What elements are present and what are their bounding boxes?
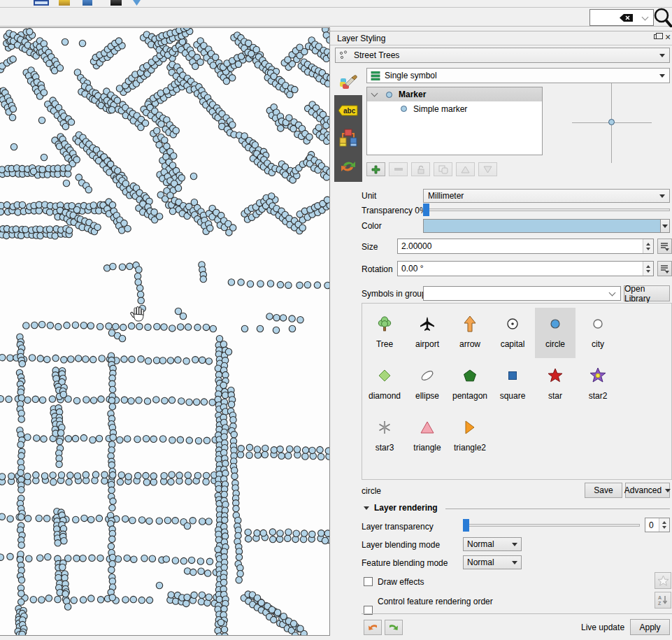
symbol-item-square[interactable]: square — [492, 360, 533, 410]
rendering-order-button[interactable]: A Z — [655, 592, 671, 609]
marker-symbol-icon — [386, 92, 392, 98]
add-symbol-layer-button[interactable] — [366, 162, 385, 176]
circle-symbol-icon — [546, 315, 564, 333]
layer-transparency-slider[interactable] — [463, 519, 640, 532]
tab-labels[interactable]: abc — [334, 97, 362, 125]
symbol-tree-marker-row[interactable]: Marker — [367, 87, 542, 101]
search-icon[interactable] — [652, 6, 672, 29]
symbol-item-airport[interactable]: airport — [407, 308, 448, 358]
size-data-defined-button[interactable] — [657, 239, 672, 254]
symbol-item-pentagon[interactable]: pentagon — [450, 360, 490, 410]
layer-selector-arrow-icon — [659, 54, 665, 57]
symbol-item-circle[interactable]: circle — [535, 308, 576, 358]
arrow-symbol-icon — [461, 315, 479, 333]
star3-symbol-icon — [376, 418, 394, 436]
data-defined-icon — [659, 264, 670, 274]
symbol-item-ellipse[interactable]: ellipse — [407, 360, 448, 410]
expand-chevron-icon[interactable] — [371, 90, 378, 97]
layer-transparency-spin-arrows[interactable] — [659, 518, 669, 532]
plus-icon — [371, 165, 380, 174]
toolbar-icon-sliver-1[interactable] — [34, 0, 49, 6]
symbol-item-tree[interactable]: Tree — [364, 308, 405, 358]
effects-options-button[interactable] — [655, 572, 671, 589]
layer-blending-arrow-icon — [512, 543, 517, 546]
pentagon-symbol-icon — [461, 367, 479, 385]
rotation-label: Rotation — [362, 264, 393, 274]
capital-symbol-icon — [503, 315, 522, 333]
unit-label: Unit — [362, 191, 376, 201]
float-panel-icon[interactable] — [654, 34, 659, 39]
symbol-item-star3[interactable]: star3 — [364, 411, 405, 462]
open-library-button[interactable]: Open Library — [624, 285, 670, 301]
size-spinbox[interactable]: 2.00000 — [397, 239, 654, 254]
point-layer-icon — [338, 50, 350, 60]
up-triangle-icon — [461, 166, 470, 173]
renderer-selector-arrow-icon — [659, 74, 665, 78]
duplicate-symbol-layer-button[interactable] — [434, 162, 452, 176]
history-arrows-icon — [339, 157, 357, 176]
rotation-spinbox[interactable]: 0.00 ° — [397, 261, 654, 276]
draw-effects-checkbox[interactable] — [364, 577, 373, 586]
renderer-selector[interactable]: Single symbol — [366, 68, 670, 83]
rotation-data-defined-button[interactable] — [657, 261, 672, 276]
undo-style-button[interactable] — [364, 620, 382, 635]
tab-symbology[interactable] — [334, 67, 362, 95]
symbol-item-label: capital — [501, 339, 525, 349]
panel-title: Layer Styling — [337, 34, 385, 43]
feature-blending-label: Feature blending mode — [362, 558, 448, 568]
symbol-item-label: city — [592, 339, 604, 349]
transparency-slider-handle[interactable] — [423, 204, 429, 216]
symbol-item-star[interactable]: star — [535, 360, 576, 410]
layer-selector[interactable]: Street Trees — [335, 48, 670, 63]
layer-selector-value: Street Trees — [350, 50, 659, 60]
redo-style-button[interactable] — [385, 620, 403, 635]
toolbar-icon-sliver-3[interactable] — [83, 0, 92, 6]
remove-symbol-layer-button[interactable] — [389, 162, 408, 176]
size-spin-arrows[interactable] — [643, 239, 653, 253]
symbol-item-star2[interactable]: star2 — [578, 360, 618, 410]
unit-select[interactable]: Millimeter — [423, 189, 670, 203]
symbol-item-capital[interactable]: capital — [492, 308, 533, 358]
toolbar-icon-sliver-4[interactable] — [110, 0, 122, 6]
diamond-symbol-icon — [376, 367, 394, 385]
airport-symbol-icon — [418, 315, 436, 333]
rotation-spin-arrows[interactable] — [643, 262, 653, 276]
symbol-item-city[interactable]: city — [578, 308, 618, 358]
tab-undo-history[interactable] — [334, 152, 362, 180]
layer-transparency-handle[interactable] — [463, 519, 469, 532]
symbol-preview-marker — [608, 119, 615, 125]
layer-transparency-spinbox[interactable]: 0 — [645, 518, 670, 532]
unit-arrow-icon — [659, 194, 665, 198]
color-dropdown-button[interactable] — [661, 219, 670, 233]
symbol-item-diamond[interactable]: diamond — [364, 360, 405, 410]
ellipse-symbol-icon — [418, 367, 436, 385]
close-panel-icon[interactable]: × — [665, 31, 671, 43]
move-up-button[interactable] — [456, 162, 475, 176]
advanced-button[interactable]: Advanced — [625, 483, 670, 498]
map-canvas[interactable] — [0, 27, 330, 636]
symbol-item-triangle[interactable]: triangle — [407, 411, 448, 462]
lock-symbol-layer-button[interactable] — [411, 162, 430, 176]
save-button[interactable]: Save — [585, 483, 622, 498]
layer-blending-select[interactable]: Normal — [463, 537, 522, 551]
symbol-item-label: airport — [415, 339, 439, 349]
move-down-button[interactable] — [478, 162, 497, 176]
symbol-tree-simple-marker-row[interactable]: Simple marker — [367, 102, 542, 115]
lock-icon — [417, 165, 425, 174]
current-symbol-name: circle — [362, 486, 381, 496]
color-swatch-button[interactable] — [423, 219, 661, 233]
clear-text-icon[interactable] — [618, 13, 634, 22]
symbol-item-arrow[interactable]: arrow — [450, 308, 490, 358]
symbols-in-group-label: Symbols in group — [362, 289, 427, 299]
feature-blending-arrow-icon — [512, 561, 517, 564]
feature-blending-value: Normal — [464, 557, 512, 567]
feature-blending-select[interactable]: Normal — [463, 555, 522, 569]
symbol-item-triangle2[interactable]: triangle2 — [450, 411, 490, 462]
size-label: Size — [362, 242, 378, 252]
symbols-in-group-select[interactable] — [423, 286, 621, 301]
tab-style-history[interactable] — [334, 125, 362, 152]
layer-rendering-header[interactable]: Layer rendering — [364, 503, 438, 513]
toolbar-icon-sliver-2[interactable] — [59, 0, 70, 6]
apply-button[interactable]: Apply — [630, 619, 670, 635]
transparency-slider[interactable] — [423, 204, 670, 216]
